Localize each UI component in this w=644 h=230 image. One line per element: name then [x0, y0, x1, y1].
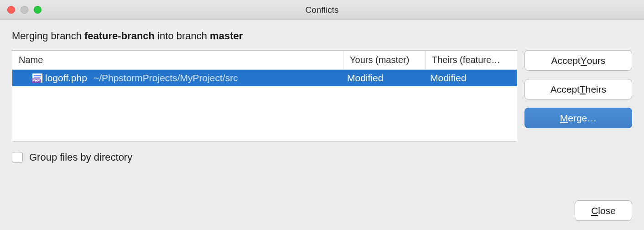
dialog-footer: Close [575, 200, 632, 221]
php-file-icon [32, 73, 42, 83]
table-row[interactable]: logoff.php ~/PhpstormProjects/MyProject/… [12, 70, 517, 86]
action-buttons: Accept Yours Accept Theirs Merge… [525, 50, 632, 128]
btn-mnemonic: M [560, 113, 568, 124]
heading-prefix: Merging branch [12, 30, 84, 42]
btn-text: erge… [568, 113, 597, 124]
heading-mid: into branch [155, 30, 210, 42]
window-maximize-icon[interactable] [34, 6, 42, 14]
group-files-checkbox[interactable] [12, 152, 23, 163]
col-header-name[interactable]: Name [12, 51, 343, 69]
titlebar: Conflicts [0, 0, 644, 20]
col-header-yours[interactable]: Yours (master) [343, 51, 426, 69]
col-header-theirs[interactable]: Theirs (feature… [426, 51, 517, 69]
conflicts-table: Name Yours (master) Theirs (feature… log… [12, 50, 517, 141]
btn-text: lose [598, 205, 616, 216]
cell-name: logoff.php ~/PhpstormProjects/MyProject/… [12, 73, 343, 84]
merge-button[interactable]: Merge… [525, 108, 632, 128]
cell-theirs: Modified [426, 73, 517, 84]
cell-yours: Modified [343, 73, 426, 84]
btn-text: Accept [551, 55, 580, 66]
accept-theirs-button[interactable]: Accept Theirs [525, 79, 632, 99]
btn-text: Accept [551, 84, 580, 95]
table-header: Name Yours (master) Theirs (feature… [12, 51, 517, 70]
merge-heading: Merging branch feature-branch into branc… [12, 30, 632, 42]
window-close-icon[interactable] [7, 6, 15, 14]
btn-text: ours [587, 55, 606, 66]
btn-text: heirs [586, 84, 607, 95]
window-minimize-icon[interactable] [21, 6, 28, 14]
close-button[interactable]: Close [575, 200, 632, 221]
group-files-row: Group files by directory [12, 152, 632, 163]
window-controls [0, 6, 42, 14]
btn-mnemonic: T [580, 84, 586, 95]
heading-source-branch: feature-branch [84, 30, 155, 42]
heading-target-branch: master [210, 30, 243, 42]
accept-yours-button[interactable]: Accept Yours [525, 50, 632, 71]
filename: logoff.php [45, 73, 87, 84]
filepath: ~/PhpstormProjects/MyProject/src [93, 73, 238, 84]
window-title: Conflicts [306, 5, 339, 15]
btn-mnemonic: C [591, 205, 598, 216]
btn-mnemonic: Y [581, 55, 587, 66]
group-files-label: Group files by directory [29, 152, 132, 163]
dialog-content: Merging branch feature-branch into branc… [0, 20, 644, 163]
